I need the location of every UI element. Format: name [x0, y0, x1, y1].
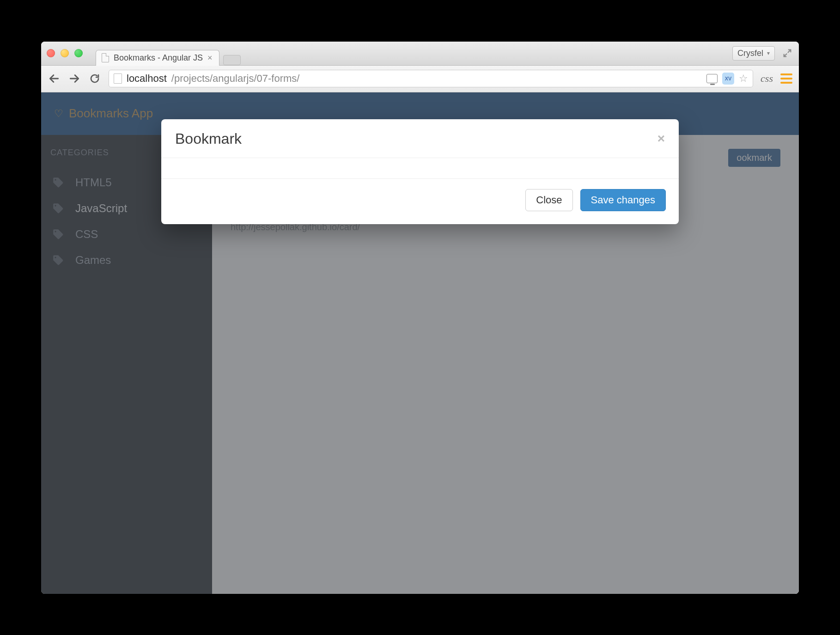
bookmark-modal: Bookmark × Close Save changes: [161, 119, 679, 224]
minimize-window-button[interactable]: [61, 49, 69, 57]
window-controls: [47, 49, 83, 57]
close-tab-icon[interactable]: ×: [207, 53, 213, 63]
titlebar: Bookmarks - Angular JS × Crysfel ▾: [41, 42, 799, 66]
close-button[interactable]: Close: [525, 189, 572, 211]
back-button[interactable]: [48, 72, 61, 85]
forward-button[interactable]: [68, 72, 81, 85]
close-window-button[interactable]: [47, 49, 55, 57]
modal-footer: Close Save changes: [161, 178, 679, 224]
menu-icon[interactable]: [780, 73, 792, 84]
modal-header: Bookmark ×: [161, 119, 679, 158]
address-path: /projects/angularjs/07-forms/: [171, 73, 300, 85]
browser-window: Bookmarks - Angular JS × Crysfel ▾: [41, 42, 799, 594]
new-tab-button[interactable]: [223, 55, 241, 65]
reload-button[interactable]: [88, 72, 101, 85]
chevron-down-icon: ▾: [767, 50, 770, 56]
address-host: localhost: [127, 73, 167, 85]
browser-tab[interactable]: Bookmarks - Angular JS ×: [96, 50, 219, 66]
css-extension-button[interactable]: css: [761, 73, 773, 85]
toolbar: localhost/projects/angularjs/07-forms/ X…: [41, 66, 799, 92]
app: ♡ Bookmarks App CATEGORIES HTML5 JavaScr…: [41, 92, 799, 594]
user-menu-button[interactable]: Crysfel ▾: [732, 46, 775, 61]
address-bar[interactable]: localhost/projects/angularjs/07-forms/ X…: [109, 70, 753, 87]
tab-title: Bookmarks - Angular JS: [114, 53, 203, 63]
address-icons: XV ☆: [706, 73, 748, 85]
user-name: Crysfel: [737, 49, 763, 58]
bookmark-star-icon[interactable]: ☆: [739, 73, 748, 85]
xv-extension-icon[interactable]: XV: [722, 73, 734, 85]
modal-body: [161, 158, 679, 178]
titlebar-right: Crysfel ▾: [732, 46, 793, 61]
page-icon: [102, 53, 109, 62]
zoom-window-button[interactable]: [74, 49, 83, 57]
devices-icon[interactable]: [706, 74, 718, 83]
tab-bar: Bookmarks - Angular JS ×: [96, 42, 732, 65]
save-changes-button[interactable]: Save changes: [580, 189, 666, 211]
page-icon: [114, 73, 122, 84]
fullscreen-icon[interactable]: [781, 47, 793, 59]
modal-title: Bookmark: [175, 130, 242, 147]
close-icon[interactable]: ×: [657, 131, 665, 146]
